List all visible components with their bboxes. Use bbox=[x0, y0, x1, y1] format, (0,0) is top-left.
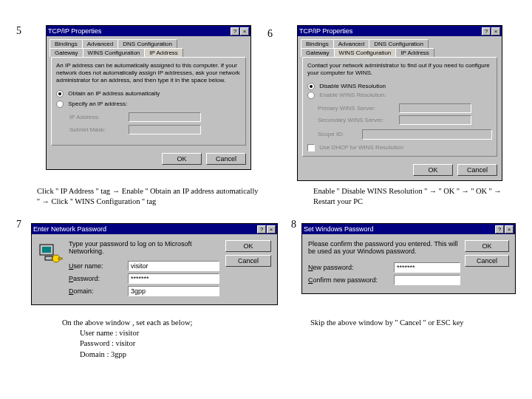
secondary-wins-field bbox=[399, 115, 471, 125]
tcpip-properties-wins-dialog: TCP/IP Properties ? × Bindings Advanced … bbox=[297, 25, 502, 181]
set-windows-password-dialog: Set Windows Password ? × Please confirm … bbox=[301, 223, 516, 294]
caption-step-7: On the above window , set each as below;… bbox=[62, 318, 284, 360]
tab-body: An IP address can be automatically assig… bbox=[51, 57, 246, 146]
step-7-number: 7 bbox=[16, 219, 21, 231]
ok-button[interactable]: OK bbox=[413, 164, 453, 176]
scope-id-field bbox=[362, 129, 492, 140]
ip-address-field bbox=[129, 112, 201, 122]
new-password-label: New password: bbox=[308, 264, 389, 271]
caption-step-6: Enable '' Disable WINS Resolution '' → '… bbox=[313, 186, 505, 207]
radio-enable-wins[interactable] bbox=[307, 92, 315, 99]
radio-disable-wins[interactable] bbox=[307, 83, 315, 90]
secondary-wins-label: Secondary WINS Server: bbox=[318, 117, 399, 124]
domain-field[interactable]: 3gpp bbox=[128, 286, 219, 296]
subnet-mask-label: Subnet Mask: bbox=[69, 126, 129, 134]
close-icon[interactable]: × bbox=[240, 27, 249, 35]
scope-id-label: Scope ID: bbox=[318, 131, 362, 138]
help-icon[interactable]: ? bbox=[231, 27, 239, 35]
close-icon[interactable]: × bbox=[491, 27, 500, 35]
radio-enable-wins-label: Enable WINS Resolution: bbox=[319, 92, 386, 98]
dialog-message: Please confirm the password you entered.… bbox=[308, 240, 460, 255]
ok-button[interactable]: OK bbox=[162, 153, 202, 165]
radio-disable-wins-label: Disable WINS Resolution bbox=[319, 83, 386, 89]
primary-wins-label: Primary WINS Server: bbox=[318, 105, 399, 112]
ip-address-label: IP Address: bbox=[69, 114, 129, 121]
tab-advanced[interactable]: Advanced bbox=[333, 39, 370, 48]
help-icon[interactable]: ? bbox=[257, 225, 266, 233]
titlebar: TCP/IP Properties ? × bbox=[47, 26, 250, 36]
dhcp-wins-label: Use DHCP for WINS Resolution bbox=[319, 144, 403, 151]
enter-network-password-dialog: Enter Network Password ? × Type your pas… bbox=[31, 223, 278, 305]
tab-dns-configuration[interactable]: DNS Configuration bbox=[117, 39, 177, 48]
intro-text: An IP address can be automatically assig… bbox=[56, 62, 241, 84]
tab-wins-configuration[interactable]: WINS Configuration bbox=[83, 48, 146, 57]
step-6-number: 6 bbox=[267, 28, 273, 40]
radio-specify[interactable] bbox=[56, 100, 64, 108]
password-field[interactable]: ******* bbox=[128, 273, 219, 284]
titlebar: Enter Network Password ? × bbox=[32, 224, 277, 234]
caption-line: User name : visitor bbox=[62, 328, 284, 338]
password-label: Password: bbox=[69, 275, 123, 282]
titlebar: TCP/IP Properties ? × bbox=[298, 26, 502, 36]
close-icon[interactable]: × bbox=[505, 225, 514, 233]
username-label: User name: bbox=[69, 262, 123, 270]
cancel-button[interactable]: Cancel bbox=[465, 255, 509, 267]
primary-wins-field bbox=[399, 103, 471, 113]
cancel-button[interactable]: Cancel bbox=[457, 164, 497, 176]
step-8-number: 8 bbox=[291, 219, 296, 231]
help-icon[interactable]: ? bbox=[495, 225, 504, 233]
dialog-title: TCP/IP Properties bbox=[48, 27, 101, 35]
tab-bindings[interactable]: Bindings bbox=[301, 39, 334, 48]
cancel-button[interactable]: Cancel bbox=[206, 153, 246, 165]
ok-button[interactable]: OK bbox=[225, 240, 271, 252]
tab-gateway[interactable]: Gateway bbox=[50, 48, 83, 57]
confirm-password-field[interactable] bbox=[394, 275, 460, 285]
radio-obtain-auto-label: Obtain an IP address automatically bbox=[68, 90, 160, 97]
step-5-number: 5 bbox=[16, 25, 21, 37]
titlebar: Set Windows Password ? × bbox=[302, 224, 515, 234]
intro-text: Contact your network administrator to fi… bbox=[307, 62, 492, 77]
help-icon[interactable]: ? bbox=[482, 27, 491, 35]
caption-step-5: Click '' IP Address '' tag → Enable '' O… bbox=[37, 186, 259, 207]
new-password-field[interactable]: ******* bbox=[394, 262, 460, 273]
tab-strip: Bindings Advanced DNS Configuration Gate… bbox=[298, 36, 502, 57]
dialog-title: Enter Network Password bbox=[33, 225, 106, 233]
tab-strip: Bindings Advanced DNS Configuration Gate… bbox=[47, 36, 250, 57]
network-key-icon bbox=[38, 240, 63, 265]
dialog-title: TCP/IP Properties bbox=[299, 27, 352, 35]
radio-specify-label: Specify an IP address: bbox=[68, 100, 127, 107]
tab-bindings[interactable]: Bindings bbox=[50, 39, 83, 48]
ok-button[interactable]: OK bbox=[465, 240, 509, 252]
domain-label: Domain: bbox=[69, 287, 123, 295]
tab-advanced[interactable]: Advanced bbox=[82, 39, 119, 48]
svg-rect-2 bbox=[45, 256, 52, 260]
confirm-password-label: Confirm new password: bbox=[308, 276, 389, 284]
caption-line: Domain : 3gpp bbox=[62, 349, 284, 360]
svg-rect-1 bbox=[42, 247, 51, 253]
username-field[interactable]: visitor bbox=[128, 261, 219, 271]
close-icon[interactable]: × bbox=[267, 225, 276, 233]
caption-step-8: Skip the above window by '' Cancel '' or… bbox=[310, 318, 517, 328]
tab-ip-address[interactable]: IP Address bbox=[395, 48, 434, 57]
svg-rect-4 bbox=[58, 258, 62, 259]
caption-line: On the above window , set each as below; bbox=[62, 318, 284, 328]
dhcp-wins-checkbox[interactable] bbox=[307, 144, 315, 151]
tab-body: Contact your network administrator to fi… bbox=[302, 57, 497, 157]
radio-obtain-auto[interactable] bbox=[56, 90, 64, 98]
tab-wins-configuration[interactable]: WINS Configuration bbox=[334, 48, 397, 57]
dialog-message: Type your password to log on to Microsof… bbox=[69, 240, 219, 255]
caption-line: Password : visitor bbox=[62, 338, 284, 349]
tab-ip-address[interactable]: IP Address bbox=[144, 48, 183, 57]
dialog-title: Set Windows Password bbox=[304, 225, 374, 233]
subnet-mask-field bbox=[129, 125, 201, 134]
tab-dns-configuration[interactable]: DNS Configuration bbox=[369, 39, 429, 48]
tcpip-properties-ipaddress-dialog: TCP/IP Properties ? × Bindings Advanced … bbox=[46, 25, 251, 170]
tab-gateway[interactable]: Gateway bbox=[301, 48, 335, 57]
cancel-button[interactable]: Cancel bbox=[225, 255, 271, 267]
